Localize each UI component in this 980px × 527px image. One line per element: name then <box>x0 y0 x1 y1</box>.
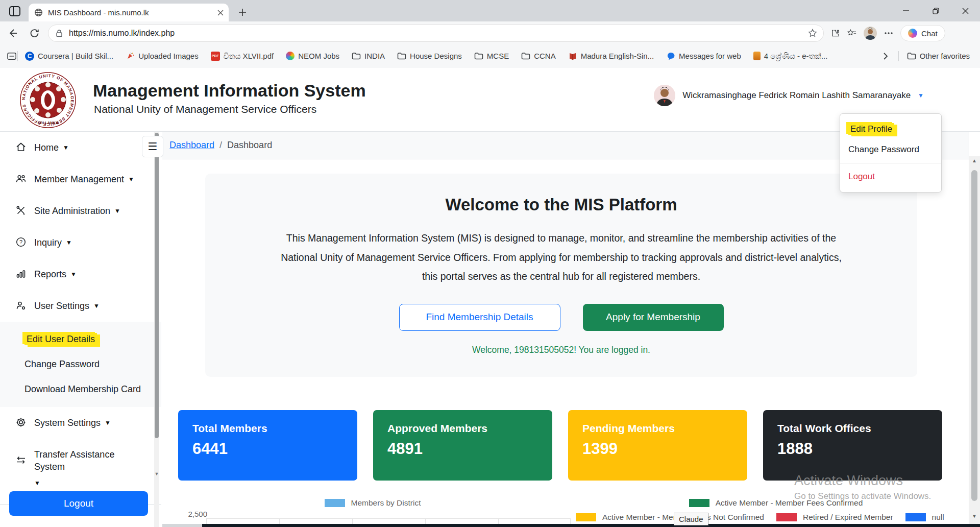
lock-icon[interactable] <box>55 29 64 38</box>
user-menu-trigger[interactable]: Wickramasinghage Fedrick Romain Lashith … <box>654 85 924 106</box>
bookmarks-overflow-icon[interactable] <box>881 52 890 61</box>
sidebar-logout-button[interactable]: Logout <box>9 491 148 516</box>
caret-down-icon: ▼ <box>63 141 69 154</box>
back-button[interactable] <box>4 25 21 42</box>
close-window-button[interactable] <box>950 0 980 21</box>
bookmark-item[interactable]: 4 ශ්‍රේණිය - e-තක්... <box>753 52 828 61</box>
folder-icon <box>474 52 483 61</box>
address-bar[interactable]: https://mis.numo.lk/index.php <box>48 25 824 42</box>
tab-title: MIS Dashboard - mis.numo.lk <box>48 8 212 17</box>
tab-search-icon[interactable] <box>8 5 21 18</box>
profile-avatar[interactable] <box>864 27 877 40</box>
globe-icon <box>34 8 43 17</box>
red-book-icon <box>568 52 577 61</box>
caret-down-icon: ▼ <box>93 300 100 312</box>
bookmark-item[interactable]: PDF විනය XLVII.pdf <box>211 52 274 61</box>
divider <box>968 132 968 527</box>
stat-value: 1888 <box>777 440 928 458</box>
sidebar-item-site-administration[interactable]: Site Administration▼ <box>0 195 161 227</box>
gear-icon <box>15 417 27 428</box>
legend-swatch <box>776 513 797 521</box>
restore-button[interactable] <box>921 0 950 21</box>
sidebar-item-download-membership-card[interactable]: Download Membership Card <box>0 377 161 402</box>
logout-menu-item[interactable]: Logout <box>840 166 941 187</box>
stat-card-total-work-offices: Total Work Offices 1888 <box>763 410 942 481</box>
scroll-down-icon[interactable]: ▼ <box>969 513 980 519</box>
divider <box>17 51 18 61</box>
edit-profile-menu-item[interactable]: Edit Profile <box>840 119 941 139</box>
legend-swatch <box>325 499 345 507</box>
tools-icon <box>15 205 27 216</box>
page-scrollbar[interactable]: ▲ ▼ <box>969 156 980 527</box>
bookmarks-bar: C Coursera | Build Skil... Uploaded Imag… <box>0 45 980 67</box>
favorite-star-icon[interactable] <box>808 29 817 38</box>
breadcrumb-dashboard-link[interactable]: Dashboard <box>169 140 214 151</box>
sidebar-item-change-password[interactable]: Change Password <box>0 352 161 377</box>
bookmark-item[interactable]: Messages for web <box>666 52 741 61</box>
folder-icon <box>397 52 406 61</box>
copilot-chat-button[interactable]: Chat <box>900 25 945 41</box>
favorites-bar-icon[interactable] <box>847 29 856 38</box>
toolbar-right-icons: Chat <box>831 25 945 41</box>
apply-membership-button[interactable]: Apply for Membership <box>583 304 724 331</box>
page-subtitle: National Unity of Management Service Off… <box>94 103 316 115</box>
user-avatar <box>654 85 675 106</box>
bookmark-item[interactable]: CCNA <box>521 52 556 61</box>
divider <box>840 163 941 163</box>
find-membership-button[interactable]: Find Membership Details <box>399 304 560 331</box>
status-tooltip: Claude <box>674 513 708 525</box>
sidebar-item-transfer-assistance[interactable]: Transfer Assistance System▼ <box>0 439 161 499</box>
change-password-menu-item[interactable]: Change Password <box>840 139 941 160</box>
taskbar-edge <box>202 524 980 527</box>
stat-value: 4891 <box>387 440 538 458</box>
chat-label: Chat <box>921 29 938 38</box>
user-name: Wickramasinghage Fedrick Romain Lashith … <box>682 90 911 101</box>
tab-close-icon[interactable] <box>217 10 224 16</box>
url-text[interactable]: https://mis.numo.lk/index.php <box>69 29 803 38</box>
bookmark-item[interactable]: INDIA <box>352 52 385 61</box>
scrollbar-thumb[interactable] <box>155 133 159 438</box>
sidebar-item-system-settings[interactable]: System Settings▼ <box>0 407 161 439</box>
sidebar-item-edit-user-details[interactable]: Edit User Details <box>0 327 161 352</box>
more-options-icon[interactable] <box>884 29 893 38</box>
new-tab-button[interactable] <box>236 6 249 19</box>
sidebar-item-inquiry[interactable]: ? Inquiry▼ <box>0 227 161 258</box>
window-controls <box>891 0 980 21</box>
extensions-icon[interactable] <box>831 29 840 38</box>
breadcrumb-separator: / <box>219 140 222 151</box>
stat-card-total-members: Total Members 6441 <box>178 410 357 481</box>
breadcrumb-current: Dashboard <box>227 140 272 151</box>
login-status-message: Welcome, 198131505052! You are logged in… <box>205 345 917 355</box>
tab-bar: MIS Dashboard - mis.numo.lk <box>0 0 980 21</box>
sidebar-item-member-management[interactable]: Member Management▼ <box>0 163 161 195</box>
coursera-icon: C <box>25 52 34 61</box>
bookmark-item[interactable]: MCSE <box>474 52 509 61</box>
bookmark-item[interactable]: C Coursera | Build Skil... <box>25 52 113 61</box>
refresh-button[interactable] <box>26 25 43 42</box>
sidebar-item-home[interactable]: Home▼ <box>0 132 161 163</box>
bookmark-item[interactable]: Madura English-Sin... <box>568 52 654 61</box>
user-dropdown-menu: Edit Profile Change Password Logout <box>840 113 942 193</box>
bookmark-item[interactable]: House Designs <box>397 52 462 61</box>
scrollbar-thumb[interactable] <box>971 170 977 501</box>
minimize-button[interactable] <box>891 0 921 21</box>
welcome-card: Welcome to the MIS Platform This Managem… <box>205 174 917 377</box>
sidebar-item-user-settings[interactable]: User Settings▼ <box>0 290 161 322</box>
bookmark-item[interactable]: Uploaded Images <box>126 52 199 61</box>
browser-tab[interactable]: MIS Dashboard - mis.numo.lk <box>29 4 229 21</box>
welcome-description: This Management Information System (MIS)… <box>273 229 850 286</box>
divider <box>898 51 899 61</box>
reading-list-icon[interactable] <box>7 52 16 61</box>
sidebar-toggle-button[interactable]: ☰ <box>142 136 163 157</box>
stat-value: 6441 <box>192 440 343 458</box>
neom-icon <box>286 52 295 60</box>
sidebar-item-reports[interactable]: Reports▼ <box>0 258 161 290</box>
other-favorites-button[interactable]: Other favorites <box>907 52 970 61</box>
browser-toolbar: https://mis.numo.lk/index.php Chat <box>0 21 980 45</box>
bookmark-item[interactable]: NEOM Jobs <box>286 52 339 60</box>
stat-card-pending-members: Pending Members 1399 <box>568 410 747 481</box>
sidebar-scrollbar[interactable]: ▼ <box>154 132 159 527</box>
scroll-down-icon[interactable]: ▼ <box>154 471 159 476</box>
folder-icon <box>352 52 361 61</box>
scroll-up-icon[interactable]: ▲ <box>969 158 980 163</box>
